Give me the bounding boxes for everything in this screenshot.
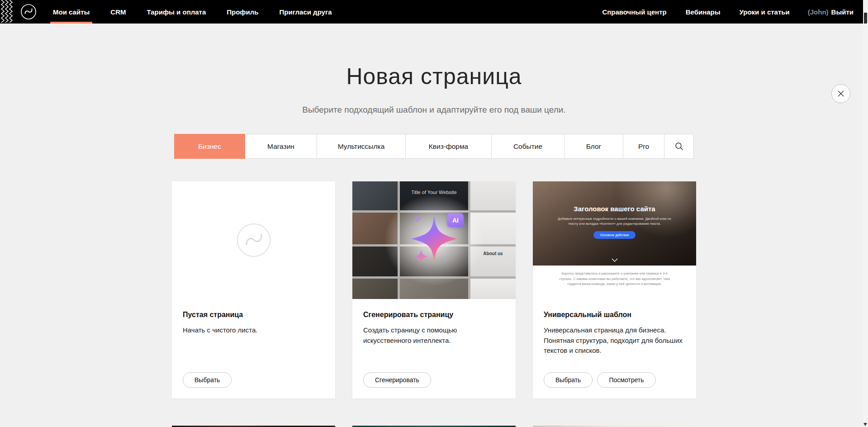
tab-quiz[interactable]: Квиз-форма [405,134,492,159]
main-menu: Мои сайты CRM Тарифы и оплата Профиль Пр… [50,0,335,24]
chevron-down-icon [612,258,618,262]
card-info: Пустая страница Начать с чистого листа. … [172,299,335,399]
nav-profile[interactable]: Профиль [224,0,261,24]
nav-lessons[interactable]: Уроки и статьи [739,0,791,24]
card-blank-page[interactable]: Пустая страница Начать с чистого листа. … [172,181,335,399]
close-button[interactable] [831,84,850,103]
preview-site-subtitle: Добавьте интересные подробности о вашей … [554,216,675,227]
nav-tariffs[interactable]: Тарифы и оплата [144,0,209,24]
nav-crm[interactable]: CRM [108,0,128,24]
tab-store[interactable]: Магазин [245,134,317,159]
scrollbar-thumb[interactable] [864,13,867,24]
scrollbar[interactable] [863,0,868,427]
template-cards: Пустая страница Начать с чистого листа. … [172,181,696,399]
card-info: Сгенерировать страницу Создать страницу … [352,299,516,399]
tab-blog[interactable]: Блог [564,134,623,159]
search-icon [675,142,683,151]
ai-sparkle-small-icon [413,248,429,265]
zigzag-pattern-icon [0,0,14,24]
ai-collage-preview: Title of Your Website About us [352,181,516,299]
tab-search[interactable] [664,134,694,159]
card-description: Начать с чистого листа. [183,325,324,336]
choose-button[interactable]: Выбрать [544,372,593,388]
template-preview: Заголовок вашего сайта Добавьте интересн… [533,181,696,299]
card-title: Сгенерировать страницу [363,311,505,319]
nav-my-sites[interactable]: Мои сайты [50,0,92,24]
preview-body-text: Коротко представьтесь и расскажите о ком… [558,271,672,299]
user-name: (John) [808,8,829,16]
tab-pro[interactable]: Pro [623,134,664,159]
template-category-tabs: Бизнес Магазин Мультиссылка Квиз-форма С… [174,134,694,159]
template-preview-hero: Заголовок вашего сайта Добавьте интересн… [533,181,696,266]
page-content: Новая страница Выберите подходящий шабло… [0,63,868,427]
ai-badge: AI [447,213,464,227]
card-description: Создать страницу с помощью искусственног… [363,325,505,346]
tab-multilink[interactable]: Мультиссылка [317,134,406,159]
choose-button[interactable]: Выбрать [183,372,232,388]
tilda-logo[interactable] [20,4,37,20]
tilda-watermark-icon [236,223,271,258]
page-title: Новая страница [0,63,868,90]
close-icon [837,90,844,97]
tab-business[interactable]: Бизнес [174,134,245,159]
scrollbar-down-arrow[interactable] [863,423,867,426]
nav-webinars[interactable]: Вебинары [685,0,721,24]
secondary-menu: Справочный центр Вебинары Уроки и статьи… [601,0,854,24]
card-info: Универсальный шаблон Универсальная стран… [533,299,696,399]
logout-link[interactable]: Выйти [831,8,854,16]
template-preview-body: Коротко представьтесь и расскажите о ком… [533,266,696,299]
blank-page-preview [172,181,335,299]
nav-invite-friend[interactable]: Пригласи друга [276,0,334,24]
preview-cta-button: Основное действие [593,231,635,239]
card-universal-template[interactable]: Заголовок вашего сайта Добавьте интересн… [533,181,696,399]
user-account: (John) Выйти [808,0,854,24]
page-subtitle: Выберите подходящий шаблон и адаптируйте… [0,105,868,115]
nav-help-center[interactable]: Справочный центр [601,0,667,24]
view-button[interactable]: Посмотреть [597,372,655,388]
card-title: Универсальный шаблон [544,311,685,319]
generate-button[interactable]: Сгенерировать [363,372,431,388]
card-ai-generate[interactable]: Title of Your Website About us [352,181,516,399]
tab-event[interactable]: Событие [491,134,564,159]
preview-site-title: Заголовок вашего сайта [574,205,655,213]
card-description: Универсальная страница для бизнеса. Поня… [544,325,685,356]
top-navbar: Мои сайты CRM Тарифы и оплата Профиль Пр… [0,0,868,24]
card-title: Пустая страница [183,311,324,319]
